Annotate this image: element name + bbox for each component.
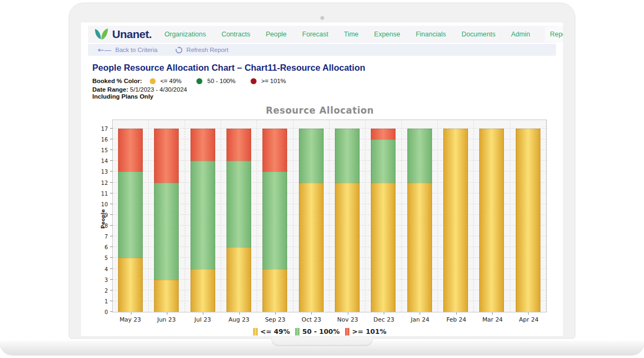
chart-legend-item-0: <= 49% <box>253 327 290 335</box>
bar-segment <box>371 139 396 182</box>
booked-chip-label: >= 101% <box>261 78 286 84</box>
x-tick-mark <box>384 312 384 315</box>
x-tick-mark <box>420 312 420 315</box>
plot-row: People 01234567891011121314151617 <box>112 120 547 312</box>
y-tick-label: 2 <box>94 288 108 294</box>
y-tick-label: 5 <box>94 255 108 261</box>
stacked-bar-mar-24 <box>479 129 504 312</box>
nav-item-time[interactable]: Time <box>343 26 360 42</box>
bar-slot <box>365 120 401 312</box>
page-title: People Resource Allocation Chart – Chart… <box>92 63 556 73</box>
chart-legend-label: >= 101% <box>352 327 386 335</box>
bar-segment <box>479 129 504 312</box>
nav-item-admin[interactable]: Admin <box>510 26 531 42</box>
bar-slot <box>330 120 365 312</box>
x-axis-label: Jul 23 <box>185 316 221 323</box>
nav-item-contracts[interactable]: Contracts <box>221 26 252 42</box>
y-tick-label: 13 <box>94 169 108 175</box>
stacked-bar-oct-23 <box>299 129 324 312</box>
stacked-bar-sep-23 <box>262 129 287 312</box>
x-axis-label: Nov 23 <box>330 316 366 323</box>
legend-dot-icon <box>150 78 156 84</box>
bar-segment <box>226 129 251 161</box>
y-tick-label: 16 <box>94 137 108 143</box>
laptop-hinge-notch <box>271 338 373 346</box>
nav-item-forecast[interactable]: Forecast <box>301 26 330 42</box>
x-axis-label: Apr 24 <box>511 316 547 323</box>
refresh-icon <box>175 47 182 54</box>
chart-legend-label: <= 49% <box>260 327 290 335</box>
y-tick-label: 8 <box>94 223 108 229</box>
x-axis-label: Mar 24 <box>474 316 511 323</box>
nav-items: OrganizationsContractsPeopleForecastTime… <box>164 26 563 42</box>
nav-item-organizations[interactable]: Organizations <box>164 26 207 42</box>
bar-slot <box>402 120 438 312</box>
top-nav-bar: Unanet. OrganizationsContractsPeopleFore… <box>88 26 556 43</box>
stacked-bar-apr-24 <box>516 129 540 312</box>
bar-segment <box>118 129 143 171</box>
back-to-criteria-button[interactable]: ←— Back to Criteria <box>98 47 157 53</box>
chart-legend-item-1: 50 - 100% <box>295 327 340 335</box>
bar-segment <box>407 183 432 312</box>
nav-item-financials[interactable]: Financials <box>415 26 447 42</box>
booked-chip-label: 50 - 100% <box>207 78 235 84</box>
chart-legend-label: 50 - 100% <box>302 327 340 335</box>
booked-color-legend: Booked % Color: <= 49%50 - 100%>= 101% <box>92 78 556 84</box>
y-tick-label: 17 <box>94 126 108 132</box>
legend-bar-icon <box>345 328 349 335</box>
x-axis-label: Aug 23 <box>221 316 258 323</box>
brand-name: Unanet. <box>112 28 152 41</box>
nav-item-expense[interactable]: Expense <box>373 26 401 42</box>
booked-color-chips: <= 49%50 - 100%>= 101% <box>148 78 286 84</box>
bar-segment <box>191 129 215 161</box>
bar-segment <box>226 161 251 247</box>
bar-segment <box>299 129 324 183</box>
stacked-bar-aug-23 <box>226 129 251 312</box>
legend-bar-icon <box>295 328 299 335</box>
unanet-logo[interactable]: Unanet. <box>94 28 152 41</box>
bar-segment <box>335 129 360 183</box>
date-range-row: Date Range: 5/1/2023 - 4/30/2024 <box>92 86 556 93</box>
bar-slot <box>510 120 546 312</box>
nav-item-people[interactable]: People <box>265 26 288 42</box>
stacked-bar-nov-23 <box>335 129 360 312</box>
booked-chip-1: 50 - 100% <box>196 78 235 84</box>
nav-item-documents[interactable]: Documents <box>460 26 496 42</box>
stacked-bar-jul-23 <box>191 129 215 312</box>
report-toolbar: ←— Back to Criteria Refresh Report <box>88 44 556 56</box>
stacked-bar-may-23 <box>118 129 143 312</box>
date-range-label: Date Range: <box>92 86 128 93</box>
back-arrow-icon: ←— <box>98 47 112 53</box>
refresh-report-button[interactable]: Refresh Report <box>175 47 228 54</box>
y-tick-label: 10 <box>94 202 108 207</box>
bar-segment <box>262 269 287 312</box>
x-tick-mark <box>456 312 457 315</box>
x-tick-mark <box>167 312 167 315</box>
booked-chip-label: <= 49% <box>160 78 182 84</box>
bar-segment <box>226 247 251 312</box>
y-tick-label: 7 <box>94 234 108 240</box>
bar-segment <box>191 161 215 268</box>
bar-segment <box>335 183 360 312</box>
x-axis-label: Jun 23 <box>149 316 185 323</box>
bar-segment <box>118 258 143 312</box>
nav-item-reports[interactable]: Reports <box>545 26 563 42</box>
stacked-bar-dec-23 <box>371 129 396 312</box>
camera-icon <box>320 16 324 20</box>
y-tick-label: 15 <box>94 147 108 153</box>
back-to-criteria-label: Back to Criteria <box>115 47 158 53</box>
stacked-bar-jan-24 <box>407 129 432 312</box>
x-axis-label: May 23 <box>112 316 149 323</box>
bar-slot <box>113 120 149 312</box>
bar-slot <box>294 120 330 312</box>
y-tick-label: 11 <box>94 191 108 197</box>
bar-segment <box>262 171 287 268</box>
stacked-bar-jun-23 <box>154 129 179 312</box>
y-tick-label: 3 <box>94 277 108 283</box>
bar-segment <box>191 269 215 312</box>
x-tick-mark <box>239 312 240 315</box>
including-plans-note: Including Plans Only <box>92 93 556 100</box>
x-tick-mark <box>203 312 203 315</box>
chart-legend-item-2: >= 101% <box>345 327 386 335</box>
bar-slot <box>474 120 510 312</box>
